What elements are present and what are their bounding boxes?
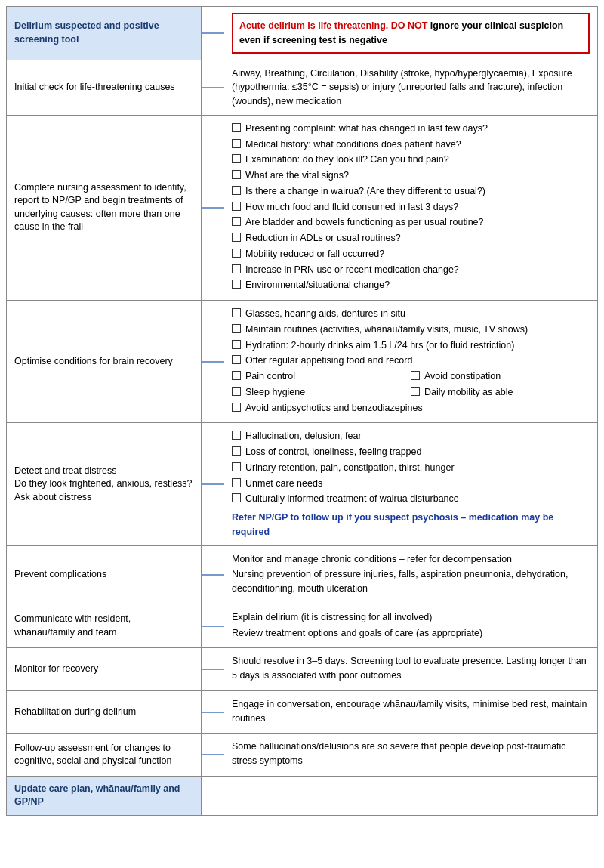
left-monitor-recovery: Monitor for recovery [7,648,202,690]
left-label-optimise: Optimise conditions for brain recovery [14,355,173,369]
row-nursing-assessment: Complete nursing assessment to identify,… [6,115,598,300]
list-item: Unmet care needs [232,477,590,491]
check-text: Is there a change in wairua? (Are they d… [245,184,590,199]
connector-6 [202,546,224,604]
checkbox [232,264,241,273]
communicate-text-1: Explain delirium (it is distressing for … [232,610,590,625]
right-nursing-assessment: Presenting complaint: what has changed i… [224,116,597,300]
left-label-initial-check: Initial check for life-threatening cause… [14,81,175,94]
checkbox [232,446,241,456]
list-item: Hallucination, delusion, fear [232,429,590,443]
left-label-update-care-plan: Update care plan, whānau/family and GP/N… [14,783,193,809]
check-text: Hallucination, delusion, fear [245,429,590,443]
checkbox [232,387,241,396]
alert-text-bold: Acute delirium is life threatening. DO N… [239,20,427,31]
page: Delirium suspected and positive screenin… [0,0,604,822]
left-rehabilitation: Rehabilitation during delirium [7,691,202,734]
row-rehabilitation: Rehabilitation during delirium Engage in… [6,690,598,734]
monitor-recovery-text: Should resolve in 3–5 days. Screening to… [232,654,590,683]
row-followup: Follow-up assessment for changes to cogn… [6,733,598,776]
checkbox [232,170,241,179]
checkbox [232,324,241,333]
left-communicate: Communicate with resident, whānau/family… [7,604,202,648]
right-alert: Acute delirium is life threatening. DO N… [224,7,597,60]
check-text: Daily mobility as able [424,385,590,400]
connector-line-6 [202,574,224,576]
check-text: What are the vital signs? [245,168,590,183]
right-rehabilitation: Engage in conversation, encourage whānau… [224,691,597,734]
row-initial-check: Initial check for life-threatening cause… [6,60,598,115]
connector-line-1 [202,32,224,34]
row-update-care-plan: Update care plan, whānau/family and GP/N… [6,776,598,816]
left-nursing-assessment: Complete nursing assessment to identify,… [7,116,202,300]
right-distress: Hallucination, delusion, fear Loss of co… [224,423,597,545]
left-optimise: Optimise conditions for brain recovery [7,301,202,422]
row-communicate: Communicate with resident, whānau/family… [6,604,598,648]
connector-3 [202,116,224,300]
list-item: Examination: do they look ill? Can you f… [232,153,590,167]
check-text: Maintain routines (activities, whānau/fa… [245,323,590,337]
alert-box: Acute delirium is life threatening. DO N… [232,13,590,54]
rehabilitation-text: Engage in conversation, encourage whānau… [232,697,590,726]
right-prevent-complications: Monitor and manage chronic conditions – … [224,546,597,604]
left-distress: Detect and treat distressDo they look fr… [7,423,202,545]
connector-line-5 [202,483,224,485]
list-item: Presenting complaint: what has changed i… [232,122,590,136]
list-item: Environmental/situational change? [232,278,590,292]
connector-line-2 [202,87,224,88]
check-text: Environmental/situational change? [245,278,590,292]
left-prevent-complications: Prevent complications [7,546,202,604]
list-item: Maintain routines (activities, whānau/fa… [232,323,590,337]
right-communicate: Explain delirium (it is distressing for … [224,604,597,648]
left-label-distress: Detect and treat distressDo they look fr… [14,465,193,505]
row-prevent-complications: Prevent complications Monitor and manage… [6,545,598,604]
list-item: Offer regular appetising food and record [232,354,590,368]
list-item: Medical history: what conditions does pa… [232,137,590,152]
checkbox [232,355,241,364]
checkbox [232,139,241,148]
check-text: Pain control [245,369,411,384]
plain-text-1: Monitor and manage chronic conditions – … [232,552,590,567]
col-left-2: Sleep hygiene [232,385,411,401]
checkbox [232,340,241,349]
list-item: Mobility reduced or fall occurred? [232,247,590,261]
left-followup: Follow-up assessment for changes to cogn… [7,734,202,776]
checkbox [232,280,241,289]
connector-line-10 [202,754,224,755]
right-monitor-recovery: Should resolve in 3–5 days. Screening to… [224,648,597,690]
row-optimise: Optimise conditions for brain recovery G… [6,300,598,422]
connector-line-8 [202,669,224,670]
check-text: Loss of control, loneliness, feeling tra… [245,445,590,459]
checkbox [232,233,241,242]
checkbox [232,462,241,471]
check-text: Offer regular appetising food and record [245,354,590,368]
initial-check-text: Airway, Breathing, Circulation, Disabili… [232,68,572,107]
check-text: Are bladder and bowels functioning as pe… [245,215,590,230]
checkbox [411,387,420,396]
checkbox [232,431,241,440]
right-initial-check: Airway, Breathing, Circulation, Disabili… [224,60,597,115]
col-right-1: Avoid constipation [411,369,590,385]
list-item: Loss of control, loneliness, feeling tra… [232,445,590,459]
left-label-nursing-assessment: Complete nursing assessment to identify,… [14,181,193,234]
check-text: Unmet care needs [245,477,590,491]
list-item: Glasses, hearing aids, dentures in situ [232,307,590,321]
list-item: Are bladder and bowels functioning as pe… [232,215,590,230]
list-item: Reduction in ADLs or usual routines? [232,231,590,246]
two-col-row-1: Pain control Avoid constipation [232,369,590,385]
left-label-prevent-complications: Prevent complications [14,568,106,582]
checkbox [232,478,241,487]
col-right-2: Daily mobility as able [411,385,590,401]
left-label-communicate: Communicate with resident, whānau/family… [14,613,193,639]
connector-line-3 [202,207,224,209]
connector-7 [202,604,224,648]
left-initial-check: Initial check for life-threatening cause… [7,60,202,115]
list-item: Sleep hygiene [232,385,411,400]
list-item: How much food and fluid consumed in last… [232,200,590,215]
list-item: Increase in PRN use or recent medication… [232,263,590,277]
connector-line-4 [202,361,224,363]
followup-text: Some hallucinations/delusions are so sev… [232,740,590,768]
communicate-text-2: Review treatment options and goals of ca… [232,626,590,641]
checkbox [232,186,241,195]
connector-line-7 [202,626,224,627]
